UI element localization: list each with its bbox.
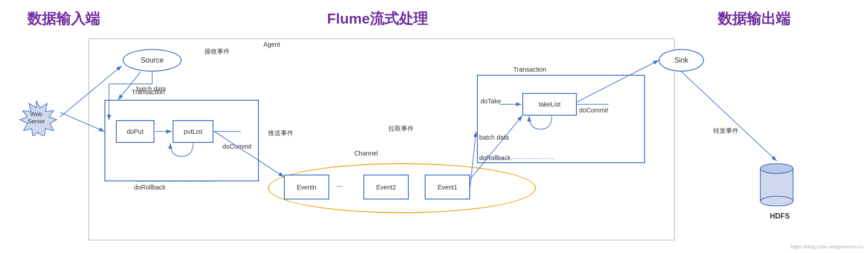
- svg-point-5: [760, 196, 793, 206]
- docommit-left-label: doCommit: [223, 143, 252, 150]
- web-server: Web Server: [14, 100, 59, 138]
- laqu-label: 拉取事件: [388, 125, 414, 133]
- sink-label: Sink: [674, 56, 688, 64]
- batchdata-left-label: batch data: [136, 85, 166, 92]
- jieshou-label: 接收事件: [204, 48, 230, 56]
- event2-box: Event2: [363, 175, 409, 199]
- takelist-box: takeList: [522, 93, 577, 116]
- source-label: Source: [141, 56, 164, 64]
- putlist-box: putList: [173, 120, 213, 143]
- watermark: https://blog.csdn.net/gaminico.cn: [791, 244, 863, 249]
- batchdata-right-label: batch data: [479, 134, 509, 141]
- sink-ellipse: Sink: [659, 49, 704, 72]
- zhuanfa-label: 转发事件: [713, 127, 739, 135]
- main-diagram: 数据输入端 Flume流式处理 数据输出端 Agent Web Server S…: [0, 0, 868, 253]
- dotake-label: doTake: [481, 97, 501, 105]
- title-output: 数据输出端: [718, 9, 790, 29]
- doput-box: doPut: [116, 120, 154, 143]
- hdfs-cylinder: [756, 161, 797, 206]
- svg-text:Web: Web: [30, 111, 43, 117]
- docommit-right-label: doCommit: [579, 107, 608, 114]
- channel-label: Channel: [354, 150, 378, 157]
- transaction-label-right: Transaction: [513, 66, 546, 73]
- agent-label: Agent: [263, 41, 280, 48]
- transaction-box-right: [477, 75, 645, 163]
- svg-point-4: [760, 164, 793, 174]
- tuisong-label: 推送事件: [268, 129, 293, 137]
- eventn-box: Eventn: [284, 175, 329, 199]
- svg-line-15: [681, 72, 777, 161]
- title-flume: Flume流式处理: [327, 9, 428, 29]
- events-dots: ···: [336, 181, 343, 191]
- source-ellipse: Source: [123, 49, 182, 72]
- svg-text:Server: Server: [28, 118, 45, 125]
- dorollback-left-label: doRollback: [134, 184, 165, 191]
- hdfs-text: HDFS: [770, 212, 790, 220]
- event1-box: Event1: [425, 175, 470, 199]
- dorollback-right-label: doRollback: [479, 154, 511, 161]
- title-input: 数据输入端: [27, 9, 100, 29]
